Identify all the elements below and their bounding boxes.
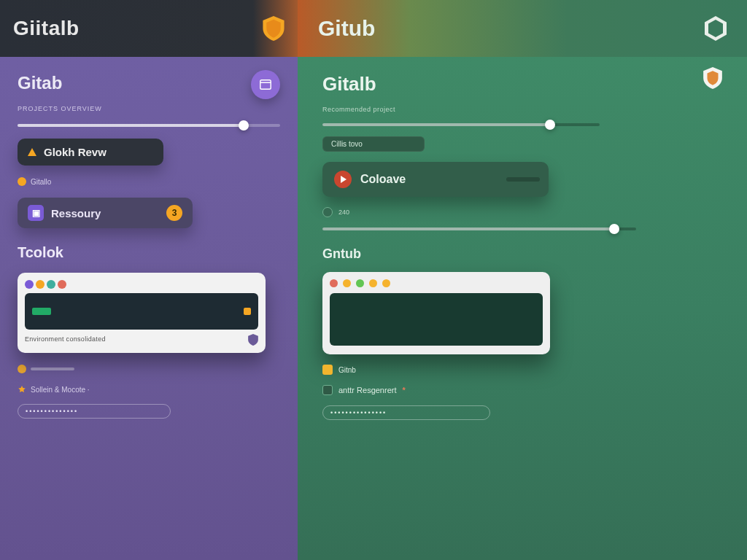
repository-button[interactable]: ▣ Ressoury 3: [18, 198, 193, 228]
left-body: Gitab PROJECTS OVERVIEW Glokh Revw Gital…: [0, 57, 298, 560]
svg-rect-0: [260, 80, 271, 90]
required-asterisk: *: [402, 386, 405, 394]
right-sub-brand-2: Gntub: [322, 246, 722, 262]
maximize-icon[interactable]: [356, 279, 364, 287]
right-topbar: Gitub: [298, 0, 747, 57]
dot-icon: [322, 207, 333, 217]
code-window[interactable]: [322, 272, 550, 354]
mini-progress: [506, 177, 540, 182]
extra-dot-icon: [369, 279, 377, 287]
dot-icon: [18, 177, 26, 186]
shield-white-icon: [703, 67, 722, 89]
mini-bar: [31, 368, 74, 370]
left-brand: Giitalb: [13, 17, 80, 40]
right-slider-2[interactable]: [322, 228, 636, 230]
left-password-field[interactable]: ••••••••••••••: [18, 404, 171, 419]
dashboard-button[interactable]: [251, 70, 280, 99]
right-body: Gitalb Recommended project Cillis tovo C…: [298, 57, 747, 560]
right-sub-brand: Gitalb: [322, 73, 722, 96]
mini-chip-1-label: Gitallo: [31, 178, 51, 186]
right-brand: Gitub: [318, 16, 375, 41]
dot-label: 240: [338, 209, 349, 216]
avatar-row: [25, 280, 258, 289]
yellow-chip[interactable]: Gitnb: [322, 365, 722, 375]
right-password-field[interactable]: •••••••••••••••: [322, 405, 490, 420]
right-footer-text: anttr Resgenrert: [338, 386, 396, 394]
review-label: Glokh Revw: [44, 146, 107, 158]
dot-line[interactable]: 240: [322, 207, 722, 217]
marker-icon: [244, 308, 251, 315]
toolkit-title: Tcolok: [18, 244, 280, 261]
review-button[interactable]: Glokh Revw: [18, 139, 163, 166]
section-label: PROJECTS OVERVIEW: [18, 105, 280, 112]
play-icon: [334, 171, 352, 188]
collaborate-button[interactable]: Coloave: [322, 162, 549, 197]
right-hint: Recommended project: [322, 106, 722, 113]
shield-icon: [263, 16, 285, 41]
left-footer-text: Sollein & Mocote ·: [31, 386, 90, 394]
shield-small-icon: [248, 334, 258, 346]
mini-chip-1[interactable]: Gitallo: [18, 177, 280, 186]
right-slider-1[interactable]: [322, 123, 600, 126]
terminal-inner: [25, 293, 258, 330]
repo-icon: ▣: [28, 205, 44, 221]
chip-button[interactable]: Cillis tovo: [322, 136, 425, 152]
left-panel: Giitalb Gitab PROJECTS OVERVIEW Glokh Re…: [0, 0, 298, 560]
right-footer-line[interactable]: anttr Resgenrert *: [322, 385, 722, 395]
left-footer-line[interactable]: Sollein & Mocote ·: [18, 385, 280, 394]
minimize-icon[interactable]: [343, 279, 351, 287]
hexagon-icon: [705, 16, 727, 41]
repo-badge: 3: [166, 205, 182, 221]
triangle-icon: [28, 148, 36, 156]
yellow-chip-label: Gitnb: [338, 366, 356, 374]
chip-label: Cillis tovo: [331, 140, 363, 148]
folder-icon: [322, 365, 333, 375]
left-sub-brand: Gitab: [18, 73, 280, 93]
collaborate-label: Coloave: [360, 173, 406, 186]
terminal-card[interactable]: Environment consolidated: [18, 273, 266, 353]
dot-icon: [18, 365, 26, 373]
close-icon[interactable]: [330, 279, 338, 287]
window-controls[interactable]: [330, 279, 543, 287]
repository-label: Ressoury: [51, 207, 101, 219]
terminal-caption: Environment consolidated: [25, 335, 258, 343]
checkbox-icon[interactable]: [322, 385, 333, 395]
right-panel: Gitub Gitalb Recommended project Cillis …: [298, 0, 747, 560]
cursor-icon: [32, 308, 51, 315]
code-area[interactable]: [330, 293, 543, 346]
extra-dot-icon: [382, 279, 390, 287]
mini-chip-2[interactable]: [18, 365, 280, 373]
left-topbar: Giitalb: [0, 0, 298, 57]
window-icon: [259, 78, 272, 91]
star-icon: [18, 385, 26, 394]
left-slider-1[interactable]: [18, 124, 280, 127]
